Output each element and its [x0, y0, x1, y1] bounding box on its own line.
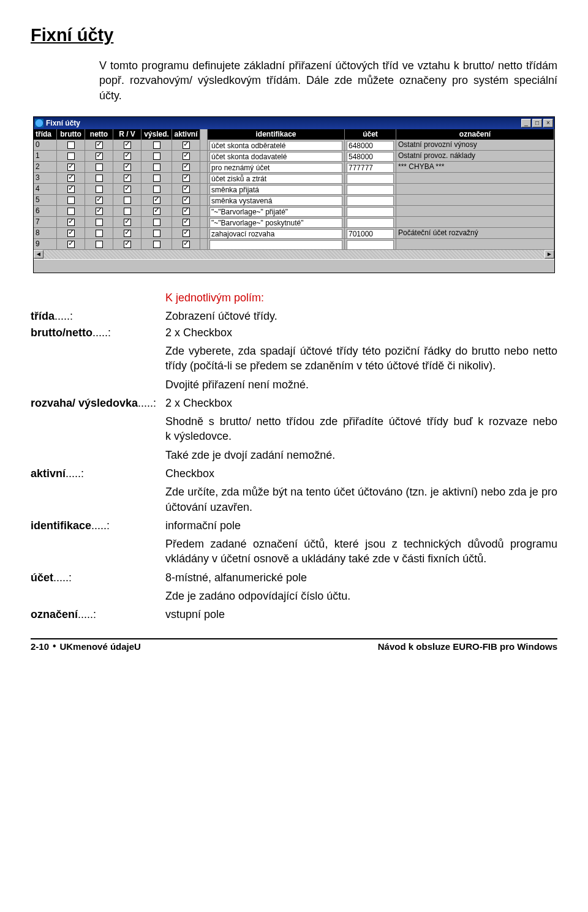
checkbox[interactable] [124, 164, 131, 171]
ucet-input[interactable] [347, 218, 394, 227]
desc-oz: vstupní pole [165, 607, 557, 622]
checkbox[interactable] [183, 186, 190, 193]
cell-spacer [200, 239, 208, 249]
checkbox[interactable] [124, 241, 131, 248]
ucet-input[interactable] [347, 185, 394, 194]
cell-netto [85, 217, 113, 227]
checkbox[interactable] [153, 197, 160, 204]
ucet-input[interactable]: 701000 [347, 229, 394, 238]
ident-input[interactable]: účet skonta odběratelé [209, 141, 342, 150]
ident-input[interactable] [209, 240, 342, 249]
close-button[interactable]: × [543, 119, 553, 127]
checkbox[interactable] [96, 197, 103, 204]
checkbox[interactable] [153, 219, 160, 226]
checkbox[interactable] [67, 153, 75, 160]
cell-oznaceni [396, 217, 554, 227]
col-vysled: výsled. [141, 129, 172, 140]
checkbox[interactable] [124, 186, 131, 193]
ident-input[interactable]: "~"Barvorlage~" přijaté" [209, 207, 342, 216]
ucet-input[interactable]: 648000 [347, 141, 394, 150]
checkbox[interactable] [96, 141, 103, 149]
checkbox[interactable] [67, 141, 75, 149]
scrollbar-horizontal[interactable]: ◄ ► [34, 249, 554, 259]
cell-trida: 6 [34, 206, 57, 216]
checkbox[interactable] [153, 141, 160, 149]
checkbox[interactable] [124, 230, 131, 237]
scroll-right-button[interactable]: ► [545, 250, 554, 258]
checkbox[interactable] [96, 241, 103, 248]
checkbox[interactable] [67, 208, 75, 215]
window-footer [34, 259, 554, 273]
checkbox[interactable] [124, 219, 131, 226]
checkbox[interactable] [96, 175, 103, 182]
checkbox[interactable] [153, 208, 160, 215]
checkbox[interactable] [183, 219, 190, 226]
checkbox[interactable] [153, 175, 160, 182]
checkbox[interactable] [153, 186, 160, 193]
table-row: 3účet zisků a ztrát [34, 172, 554, 183]
ident-input[interactable]: "~"Barvorlage~" poskytnuté" [209, 218, 342, 227]
checkbox[interactable] [183, 164, 190, 171]
checkbox[interactable] [183, 197, 190, 204]
checkbox[interactable] [67, 230, 75, 237]
cell-rv [113, 217, 141, 227]
minimize-button[interactable]: _ [521, 119, 531, 127]
checkbox[interactable] [183, 175, 190, 182]
ident-input[interactable]: účet zisků a ztrát [209, 174, 342, 183]
cell-rv [113, 173, 141, 183]
checkbox[interactable] [153, 153, 160, 160]
ident-input[interactable]: účet skonta dodavatelé [209, 152, 342, 161]
cell-oznaceni [396, 239, 554, 249]
checkbox[interactable] [67, 186, 75, 193]
cell-aktivni [172, 151, 200, 161]
def-identifikace: identifikace.....: informační pole [31, 518, 557, 533]
checkbox[interactable] [67, 175, 75, 182]
checkbox[interactable] [67, 219, 75, 226]
table-row: 9 [34, 238, 554, 249]
checkbox[interactable] [124, 175, 131, 182]
checkbox[interactable] [124, 153, 131, 160]
col-aktivni: aktivní [172, 129, 200, 140]
cell-vysled [141, 217, 172, 227]
ucet-input[interactable] [347, 240, 394, 249]
checkbox[interactable] [183, 241, 190, 248]
checkbox[interactable] [183, 208, 190, 215]
ident-input[interactable]: směnka přijatá [209, 185, 342, 194]
checkbox[interactable] [124, 197, 131, 204]
checkbox[interactable] [183, 230, 190, 237]
checkbox[interactable] [124, 141, 131, 149]
ucet-input[interactable] [347, 196, 394, 205]
checkbox[interactable] [67, 164, 75, 171]
scroll-left-button[interactable]: ◄ [34, 250, 43, 258]
checkbox[interactable] [96, 164, 103, 171]
desc-rv: 2 x Checkbox [165, 396, 557, 410]
cell-oznaceni: Počáteční účet rozvažný [396, 228, 554, 238]
checkbox[interactable] [96, 230, 103, 237]
cell-ident: zahajovací rozvaha [208, 228, 345, 238]
cell-spacer [200, 217, 208, 227]
checkbox[interactable] [124, 208, 131, 215]
ucet-input[interactable] [347, 207, 394, 216]
checkbox[interactable] [153, 241, 160, 248]
col-brutto: brutto [57, 129, 85, 140]
checkbox[interactable] [67, 197, 75, 204]
ucet-input[interactable]: 548000 [347, 152, 394, 161]
ucet-input[interactable]: 777777 [347, 163, 394, 172]
checkbox[interactable] [96, 208, 103, 215]
checkbox[interactable] [153, 164, 160, 171]
ident-input[interactable]: zahajovací rozvaha [209, 229, 342, 238]
checkbox[interactable] [96, 219, 103, 226]
ident-input[interactable]: pro neznámý účet [209, 163, 342, 172]
checkbox[interactable] [183, 153, 190, 160]
cell-brutto [57, 217, 85, 227]
checkbox[interactable] [153, 230, 160, 237]
checkbox[interactable] [96, 153, 103, 160]
cell-oznaceni: *** CHYBA *** [396, 162, 554, 172]
cell-aktivni [172, 162, 200, 172]
maximize-button[interactable]: □ [532, 119, 542, 127]
ucet-input[interactable] [347, 174, 394, 183]
ident-input[interactable]: směnka vystavená [209, 196, 342, 205]
checkbox[interactable] [183, 141, 190, 149]
checkbox[interactable] [96, 186, 103, 193]
checkbox[interactable] [67, 241, 75, 248]
